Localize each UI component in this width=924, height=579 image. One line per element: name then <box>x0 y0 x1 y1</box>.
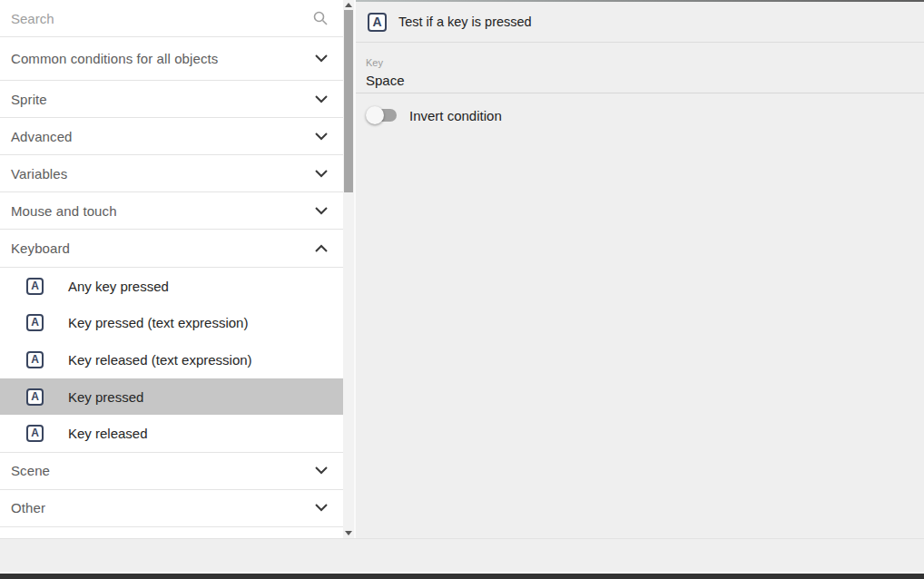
invert-condition-row: Invert condition <box>366 102 502 129</box>
scrollbar-up-button[interactable] <box>343 0 354 10</box>
category-label: Mouse and touch <box>11 203 117 219</box>
condition-item-key-pressed-text-expression[interactable]: A Key pressed (text expression) <box>0 305 343 342</box>
sidebar-scrollbar[interactable] <box>343 0 354 538</box>
condition-label: Any key pressed <box>68 279 169 294</box>
sidebar-category-scene[interactable]: Scene <box>0 453 343 490</box>
bottom-window-edge <box>0 574 924 579</box>
sidebar-category-variables[interactable]: Variables <box>0 155 343 192</box>
category-label: Other <box>11 500 45 515</box>
sidebar-category-advanced[interactable]: Advanced <box>0 118 343 155</box>
keyboard-key-icon: A <box>26 278 44 295</box>
sidebar-category-keyboard[interactable]: Keyboard <box>0 230 343 268</box>
chevron-up-icon <box>315 244 328 252</box>
scrollbar-thumb[interactable] <box>344 10 353 192</box>
condition-label: Key released (text expression) <box>68 352 252 368</box>
keyboard-key-icon: A <box>26 425 44 442</box>
invert-condition-label: Invert condition <box>409 108 502 123</box>
chevron-down-icon <box>315 504 328 512</box>
chevron-down-icon <box>315 207 328 215</box>
search-icon <box>313 11 328 25</box>
category-label: Scene <box>11 463 50 478</box>
condition-header: A Test if a key is pressed <box>356 2 924 43</box>
sidebar-category-other[interactable]: Other <box>0 490 343 527</box>
invert-condition-toggle[interactable] <box>366 106 398 124</box>
condition-item-key-released[interactable]: A Key released <box>0 415 343 452</box>
condition-label: Key released <box>68 426 148 441</box>
search-bar <box>0 0 343 37</box>
key-field-value[interactable]: Space <box>366 73 405 88</box>
chevron-down-icon <box>315 466 328 475</box>
keyboard-key-icon: A <box>26 314 44 331</box>
chevron-down-icon <box>315 54 328 63</box>
key-field-label: Key <box>366 57 383 68</box>
sidebar-category-common-conditions[interactable]: Common conditions for all objects <box>0 37 343 81</box>
arrow-down-icon <box>345 531 352 535</box>
keyboard-key-icon: A <box>26 388 44 406</box>
sidebar-category-mouse-and-touch[interactable]: Mouse and touch <box>0 192 343 230</box>
keyboard-key-icon: A <box>26 351 44 368</box>
scrollbar-down-button[interactable] <box>343 528 354 538</box>
instruction-editor-dialog: Common conditions for all objects Sprite… <box>0 0 924 579</box>
condition-label: Key pressed <box>68 389 143 405</box>
condition-editor-panel: A Test if a key is pressed Key Space Inv… <box>356 0 924 538</box>
category-label: Advanced <box>11 129 73 144</box>
category-label: Keyboard <box>11 240 70 256</box>
keyboard-conditions-list: A Any key pressed A Key pressed (text ex… <box>0 268 343 453</box>
category-label: Common conditions for all objects <box>11 51 218 66</box>
chevron-down-icon <box>315 95 328 103</box>
toggle-thumb <box>366 106 384 124</box>
dialog-footer <box>0 538 924 572</box>
conditions-sidebar: Common conditions for all objects Sprite… <box>0 0 343 538</box>
sidebar-category-sprite[interactable]: Sprite <box>0 81 343 118</box>
condition-label: Key pressed (text expression) <box>68 315 248 330</box>
condition-title: Test if a key is pressed <box>398 15 532 29</box>
chevron-down-icon <box>315 170 328 178</box>
category-label: Sprite <box>11 92 47 107</box>
search-input[interactable] <box>11 11 301 26</box>
chevron-down-icon <box>315 132 328 141</box>
condition-item-key-released-text-expression[interactable]: A Key released (text expression) <box>0 341 343 378</box>
condition-item-key-pressed[interactable]: A Key pressed <box>0 378 343 416</box>
arrow-up-icon <box>345 3 352 7</box>
keyboard-key-icon: A <box>368 13 387 32</box>
key-parameter-field[interactable]: Key Space <box>356 44 924 93</box>
category-label: Variables <box>11 166 67 182</box>
condition-item-any-key-pressed[interactable]: A Any key pressed <box>0 268 343 305</box>
